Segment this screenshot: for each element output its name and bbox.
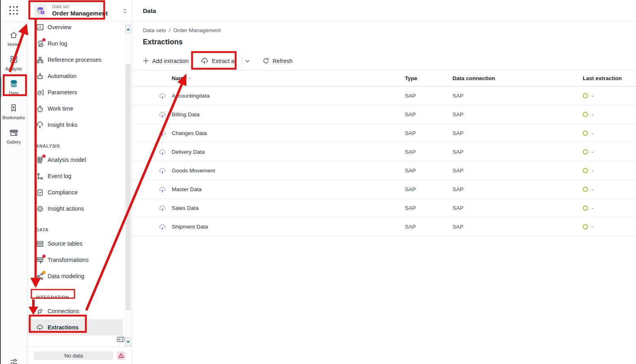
table-row[interactable]: Changes Data SAP SAP - (133, 124, 636, 143)
extraction-connection: SAP (452, 130, 583, 136)
sidebar-item-label: Insight actions (48, 205, 84, 212)
scroll-down-icon[interactable] (125, 338, 131, 346)
analysis-model-icon (36, 156, 44, 164)
extraction-cloud-icon (158, 186, 172, 193)
extraction-name: Goods Movement (172, 168, 405, 174)
extract-all-label: Extract all (212, 58, 237, 64)
status-circle-icon (583, 112, 588, 117)
sidebar-item-label: Compliance (48, 189, 78, 196)
sidebar-item-insight-links[interactable]: Insight links (28, 117, 123, 133)
automation-icon (36, 72, 44, 80)
sidebar-item-compliance[interactable]: Compliance (28, 184, 123, 201)
extract-all-button[interactable]: Extract all (200, 57, 250, 65)
breadcrumb-order-management[interactable]: Order Management (173, 27, 221, 33)
sidebar-item-label: Automation (48, 73, 76, 79)
column-header-name[interactable]: Name ↑ (172, 75, 191, 81)
sidebar-item-overview[interactable]: Overview (28, 22, 123, 35)
last-extraction-value: - (592, 224, 594, 230)
extraction-cloud-icon (158, 205, 172, 212)
sidebar-item-label: Reference processes (48, 57, 101, 63)
sidebar-item-transformations[interactable]: Transformations (28, 252, 123, 268)
sidebar-item-data-modeling[interactable]: Data modeling (28, 268, 123, 284)
main-content: Data sets / Order Management Extractions… (133, 22, 636, 364)
table-row[interactable]: Master Data SAP SAP - (133, 180, 636, 199)
rail-item-bookmarks[interactable]: Bookmarks (0, 100, 27, 124)
sidebar-item-label: Connections (48, 308, 79, 314)
data-icon (9, 79, 18, 89)
run-log-icon (36, 39, 44, 48)
rail-item-home[interactable]: Home (0, 26, 27, 51)
insight-actions-icon (36, 205, 44, 213)
sidebar-item-automation[interactable]: Automation (28, 68, 123, 84)
sidebar-item-work-time[interactable]: Work time (28, 100, 123, 117)
overview-icon (36, 23, 44, 31)
sidebar-item-event-log[interactable]: Event log (28, 168, 123, 184)
sidebar-scrollbar[interactable] (125, 22, 131, 347)
table-row[interactable]: Sales Data SAP SAP - (133, 199, 636, 218)
column-header-data-connection[interactable]: Data connection (452, 75, 583, 81)
refresh-label: Refresh (273, 58, 293, 64)
sidebar-item-label: Analysis model (48, 157, 86, 163)
no-data-status[interactable]: No data (34, 351, 113, 360)
breadcrumb-data-sets[interactable]: Data sets (143, 27, 166, 33)
section-header-analysis: ANALYSIS (28, 133, 123, 152)
event-log-icon (36, 172, 44, 180)
notification-dot-red (42, 155, 46, 158)
last-extraction-value: - (592, 149, 594, 155)
sidebar-item-label: Overview (48, 24, 71, 31)
extract-cloud-icon (200, 57, 209, 65)
data-modeling-icon (36, 272, 44, 280)
parameters-icon: @ (36, 88, 44, 96)
scroll-up-icon[interactable] (125, 25, 131, 33)
extraction-cloud-icon (158, 223, 172, 231)
scrollbar-thumb[interactable] (126, 64, 131, 310)
app-launcher-icon[interactable] (9, 6, 18, 15)
notification-dot-red (42, 255, 46, 258)
column-header-type[interactable]: Type (405, 75, 452, 81)
table-row[interactable]: Shipment Data SAP SAP - (133, 218, 636, 236)
sidebar-item-parameters[interactable]: @ Parameters (28, 84, 123, 100)
app-window: Data set Order Management Data Home Anal… (0, 0, 636, 364)
sidebar-item-connections[interactable]: Connections (28, 303, 123, 319)
source-tables-icon (36, 240, 44, 248)
status-circle-icon (583, 168, 588, 173)
status-circle-icon (583, 131, 588, 136)
dataset-switch-icon[interactable] (121, 7, 129, 17)
sidebar-item-analysis-model[interactable]: Analysis model (28, 152, 123, 168)
extraction-name: Sales Data (172, 205, 405, 211)
extraction-cloud-icon (158, 92, 172, 100)
sidebar-item-source-tables[interactable]: Source tables (28, 235, 123, 252)
collapse-sidebar-icon[interactable] (117, 336, 125, 344)
sidebar-item-label: Run log (48, 40, 67, 47)
sidebar-item-extractions[interactable]: Extractions (28, 319, 123, 336)
rail-item-data[interactable]: Data (0, 75, 27, 100)
extraction-connection: SAP (452, 168, 583, 174)
add-extraction-button[interactable]: Add extraction (143, 55, 189, 67)
dataset-switcher[interactable]: Data set Order Management (28, 0, 132, 21)
filter-sliders-icon[interactable] (0, 358, 28, 364)
sidebar-item-insight-actions[interactable]: Insight actions (28, 201, 123, 217)
table-row[interactable]: Goods Movement SAP SAP - (133, 161, 636, 180)
extraction-cloud-icon (158, 167, 172, 174)
refresh-button[interactable]: Refresh (262, 55, 293, 67)
rail-item-gallery[interactable]: Gallery (0, 124, 27, 148)
sidebar-item-label: Source tables (48, 240, 83, 247)
rail-item-analysis[interactable]: Analysis (0, 51, 27, 75)
status-circle-icon (583, 224, 588, 229)
sort-asc-icon: ↑ (188, 76, 191, 81)
table-row[interactable]: Delivery Data SAP SAP - (133, 143, 636, 161)
table-row[interactable]: Accountingdata SAP SAP - (133, 87, 636, 105)
add-extraction-label: Add extraction (152, 58, 189, 64)
sidebar-item-reference-processes[interactable]: Reference processes (28, 52, 123, 68)
warning-icon[interactable] (117, 351, 125, 360)
column-header-last-extraction[interactable]: Last extraction (583, 75, 636, 81)
sidebar-item-run-log[interactable]: Run log (28, 35, 123, 52)
extraction-connection: SAP (452, 224, 583, 230)
chevron-down-icon[interactable] (245, 58, 250, 64)
last-extraction-value: - (592, 93, 594, 99)
section-header-data: DATA (28, 217, 123, 235)
notification-dot-red (42, 38, 46, 41)
transformations-icon (36, 256, 44, 264)
extraction-name: Delivery Data (172, 149, 405, 155)
table-row[interactable]: Billing Data SAP SAP - (133, 105, 636, 124)
